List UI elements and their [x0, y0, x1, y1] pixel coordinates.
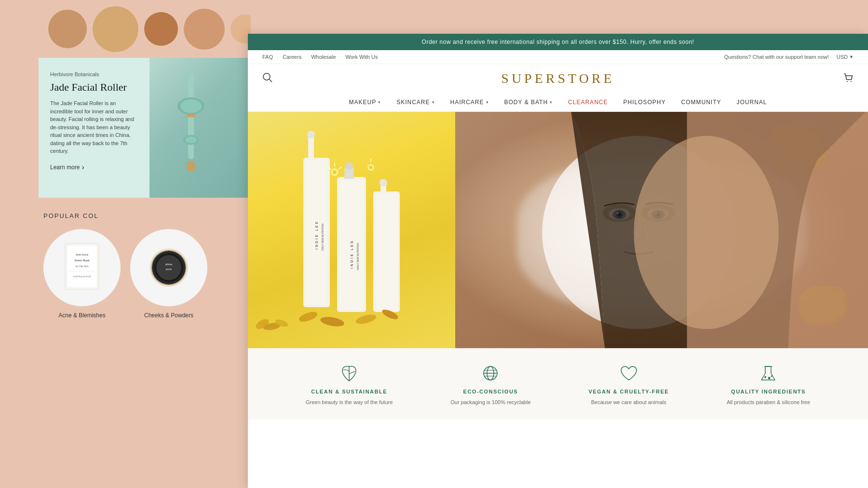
svg-point-5	[185, 136, 197, 143]
currency-chevron: ▼	[849, 54, 854, 59]
cart-icon	[843, 72, 854, 83]
feature-vegan-desc: Because we care about animals	[591, 399, 666, 405]
skincare-chevron: ▾	[432, 100, 435, 105]
logo-bar: SUPERSTORE	[248, 64, 868, 93]
main-navigation: MAKEUP ▾ SKINCARE ▾ HAIRCARE ▾ BODY & BA…	[248, 93, 868, 112]
feature-eco-title: ECO-CONSCIOUS	[463, 389, 518, 394]
hero-right-panel	[455, 112, 868, 348]
collection-item-cheeks[interactable]: alima pure Cheeks & Powders	[130, 229, 207, 319]
utility-nav-left: FAQ Careers Wholesale Work With Us	[262, 54, 378, 60]
store-logo[interactable]: SUPERSTORE	[273, 71, 843, 86]
svg-rect-3	[187, 113, 195, 117]
nav-body-bath[interactable]: BODY & BATH ▾	[504, 99, 553, 106]
popular-collections-heading: POPULAR COL	[39, 212, 251, 219]
svg-line-48	[339, 167, 342, 169]
svg-point-43	[380, 179, 387, 187]
globe-icon	[480, 363, 501, 384]
jade-roller-image	[149, 58, 251, 198]
svg-point-84	[768, 377, 771, 380]
haircare-chevron: ▾	[486, 100, 489, 105]
announcement-text: Order now and receive free international…	[422, 39, 694, 45]
hero-section: INDIE LEE DAILY SKIN NUTRITION INDIE LEE…	[248, 112, 868, 348]
collection-label-acne: Acne & Blemishes	[58, 312, 105, 319]
nav-faq[interactable]: FAQ	[262, 54, 273, 60]
feature-eco-desc: Our packaging is 100% recyclable	[450, 399, 530, 405]
svg-rect-41	[376, 194, 397, 310]
product-dots-section	[39, 0, 251, 58]
nav-journal[interactable]: JOURNAL	[737, 99, 767, 106]
nav-community[interactable]: COMMUNITY	[681, 99, 721, 106]
foundation-dot-3	[144, 12, 178, 46]
support-text: Questions? Chat with our support team no…	[724, 54, 829, 60]
hero-left-bg: INDIE LEE DAILY SKIN NUTRITION INDIE LEE…	[248, 112, 455, 348]
feature-vegan: VEGAN & CRUELTY-FREE Because we care abo…	[588, 363, 669, 405]
svg-point-45	[333, 170, 337, 174]
svg-text:DAILY SKIN NUTRITION: DAILY SKIN NUTRITION	[356, 243, 359, 270]
svg-point-31	[307, 131, 315, 138]
nav-work-with-us[interactable]: Work With Us	[346, 54, 378, 60]
nav-clearance[interactable]: CLEARANCE	[568, 99, 608, 106]
jade-roller-brand: Herbivore Botanicals	[50, 71, 138, 77]
svg-point-53	[320, 315, 345, 328]
jade-roller-card: Herbivore Botanicals Jade Facial Roller …	[39, 58, 251, 198]
main-store-panel: Order now and receive free international…	[248, 34, 868, 488]
svg-point-85	[771, 376, 773, 377]
svg-point-83	[764, 376, 766, 378]
hero-right-bg	[455, 112, 868, 348]
utility-nav: FAQ Careers Wholesale Work With Us Quest…	[248, 50, 868, 64]
bottles-group: INDIE LEE DAILY SKIN NUTRITION INDIE LEE…	[248, 112, 455, 348]
collection-label-cheeks: Cheeks & Powders	[144, 312, 193, 319]
svg-text:Sheet Mask: Sheet Mask	[74, 259, 90, 262]
feature-quality: QUALITY INGREDIENTS All products paraben…	[727, 363, 810, 405]
search-button[interactable]	[262, 72, 273, 85]
svg-text:INDIE LEE: INDIE LEE	[350, 240, 353, 269]
acne-product-svg: Anti-Acne Sheet Mask for Oily Skin sooth…	[51, 236, 113, 299]
feature-quality-desc: All products paraben & silicone free	[727, 399, 810, 405]
foundation-dot-1	[48, 10, 87, 48]
heart-icon	[618, 363, 639, 384]
svg-text:Anti-Acne: Anti-Acne	[76, 253, 89, 256]
svg-point-2	[180, 99, 202, 113]
jade-roller-desc: The Jade Facial Roller is an incredible …	[50, 99, 138, 155]
cheeks-product-svg: alima pure	[137, 236, 200, 299]
svg-line-22	[270, 80, 272, 82]
nav-careers[interactable]: Careers	[283, 54, 301, 60]
foundation-dot-2	[93, 6, 138, 52]
feature-quality-title: QUALITY INGREDIENTS	[731, 389, 806, 394]
feature-clean: CLEAN & SUSTAINABLE Green beauty is the …	[306, 363, 393, 405]
makeup-chevron: ▾	[378, 100, 381, 105]
collection-circle-cheeks: alima pure	[130, 229, 207, 306]
svg-point-54	[355, 313, 378, 326]
learn-more-link[interactable]: Learn more	[50, 163, 138, 172]
svg-text:soothing formula: soothing formula	[73, 275, 91, 278]
nav-skincare[interactable]: SKINCARE ▾	[396, 99, 434, 106]
jade-roller-svg	[149, 68, 251, 188]
nav-haircare[interactable]: HAIRCARE ▾	[450, 99, 489, 106]
jade-roller-title: Jade Facial Roller	[50, 81, 138, 94]
nav-wholesale[interactable]: Wholesale	[311, 54, 336, 60]
svg-text:pure: pure	[166, 268, 172, 271]
svg-text:alima: alima	[165, 263, 173, 266]
svg-point-52	[298, 310, 318, 324]
feature-vegan-title: VEGAN & CRUELTY-FREE	[588, 389, 669, 394]
feature-clean-desc: Green beauty is the way of the future	[306, 399, 393, 405]
body-bath-chevron: ▾	[550, 100, 553, 105]
svg-point-24	[851, 81, 852, 82]
collections-row: Anti-Acne Sheet Mask for Oily Skin sooth…	[39, 229, 251, 319]
features-bar: CLEAN & SUSTAINABLE Green beauty is the …	[248, 348, 868, 420]
currency-selector[interactable]: USD ▼	[837, 54, 854, 60]
svg-text:for Oily Skin: for Oily Skin	[76, 265, 89, 268]
cart-button[interactable]	[843, 72, 854, 85]
feature-eco: ECO-CONSCIOUS Our packaging is 100% recy…	[450, 363, 530, 405]
utility-nav-right: Questions? Chat with our support team no…	[724, 54, 854, 60]
nav-philosophy[interactable]: PHILOSOPHY	[623, 99, 665, 106]
svg-rect-6	[187, 162, 195, 171]
popular-collections-section: POPULAR COL Anti-Acne Sheet Mask for Oil…	[39, 212, 251, 319]
svg-text:INDIE LEE: INDIE LEE	[315, 220, 318, 250]
svg-point-76	[634, 136, 778, 329]
announcement-bar: Order now and receive free international…	[248, 34, 868, 50]
indie-lee-bottles-svg: INDIE LEE DAILY SKIN NUTRITION INDIE LEE…	[294, 129, 409, 331]
foundation-dot-4	[184, 9, 225, 50]
nav-makeup[interactable]: MAKEUP ▾	[349, 99, 381, 106]
collection-item-acne[interactable]: Anti-Acne Sheet Mask for Oily Skin sooth…	[43, 229, 121, 319]
